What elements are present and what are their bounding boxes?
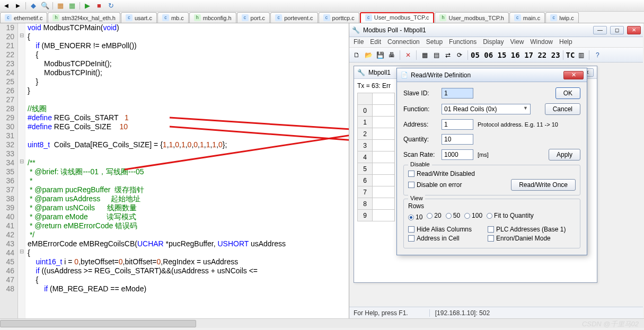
mb-data-table[interactable]: 0123456789 bbox=[357, 93, 395, 221]
table-row[interactable]: 9 bbox=[358, 210, 395, 221]
rows-radio[interactable]: 20 bbox=[427, 212, 441, 219]
bookmark-icon[interactable]: ◆ bbox=[29, 2, 38, 10]
grid-icon[interactable]: ▦ bbox=[419, 50, 430, 60]
table-row[interactable]: 8 bbox=[358, 198, 395, 210]
mb-title: Modbus Poll - Mbpoll1 bbox=[363, 26, 590, 34]
file-tab[interactable]: clwip.c bbox=[545, 12, 579, 23]
tc-label[interactable]: TC bbox=[566, 51, 575, 59]
file-tab[interactable]: hstm32f4xx_hal_eth.h bbox=[48, 12, 120, 23]
scanrate-unit: [ms] bbox=[478, 151, 489, 158]
find-icon[interactable]: 🔍 bbox=[41, 2, 49, 10]
delete-icon[interactable]: ✕ bbox=[403, 50, 413, 60]
rw-once-button[interactable]: Read/Write Once bbox=[511, 179, 576, 191]
file-tab[interactable]: cUser_modbus_TCP.c bbox=[360, 12, 435, 23]
tab-label: stm32f4xx_hal_eth.h bbox=[61, 15, 116, 21]
plc-addr-check[interactable]: PLC Addresses (Base 1) bbox=[488, 226, 566, 233]
file-icon: c bbox=[514, 14, 521, 21]
maximize-button[interactable]: ◻ bbox=[610, 26, 624, 34]
table-row[interactable]: 0 bbox=[358, 105, 395, 117]
file-icon: h bbox=[439, 14, 446, 21]
dlg-titlebar[interactable]: 📄 Read/Write Definition ✕ bbox=[397, 68, 587, 82]
mb-titlebar[interactable]: 🔧 Modbus Poll - Mbpoll1 — ◻ ✕ bbox=[349, 23, 643, 37]
menu-item[interactable]: View bbox=[510, 38, 524, 46]
bar-icon[interactable]: ▥ bbox=[576, 50, 586, 60]
mb-menu[interactable]: FileEditConnectionSetupFunctionsDisplayV… bbox=[349, 37, 643, 48]
file-tab[interactable]: hmbconfig.h bbox=[189, 12, 236, 23]
connect-icon[interactable]: ⇄ bbox=[443, 50, 453, 60]
file-tab[interactable]: cmain.c bbox=[509, 12, 545, 23]
scanrate-input[interactable] bbox=[442, 149, 473, 160]
clear-icon[interactable]: ▤ bbox=[431, 50, 442, 60]
table-row[interactable]: 4 bbox=[358, 151, 395, 163]
rows-radio[interactable]: 10 bbox=[408, 213, 422, 221]
save-icon[interactable]: 💾 bbox=[375, 50, 385, 60]
menu-item[interactable]: Display bbox=[483, 38, 504, 46]
address-label: Address: bbox=[403, 121, 437, 128]
menu-item[interactable]: Connection bbox=[387, 38, 420, 46]
hide-alias-check[interactable]: Hide Alias Columns bbox=[408, 226, 472, 233]
rows-radios[interactable]: 102050100Fit to Quantity bbox=[408, 212, 576, 221]
menu-item[interactable]: Functions bbox=[449, 38, 477, 46]
close-button[interactable]: ✕ bbox=[627, 26, 641, 34]
disable-error-check[interactable]: Disable on error bbox=[408, 181, 462, 189]
stop-icon[interactable]: ■ bbox=[95, 2, 103, 10]
read-write-dialog[interactable]: 📄 Read/Write Definition ✕ Slave ID: OK F… bbox=[396, 68, 587, 255]
new-icon[interactable]: 🗋 bbox=[351, 50, 362, 60]
box1-icon[interactable]: ▦ bbox=[56, 2, 65, 10]
table-row[interactable]: 5 bbox=[358, 163, 395, 175]
menu-item[interactable]: Help bbox=[559, 38, 572, 46]
ok-button[interactable]: OK bbox=[555, 87, 580, 99]
disable-rw-check[interactable]: Read/Write Disabled bbox=[408, 170, 576, 177]
dlg-icon: 📄 bbox=[400, 71, 409, 79]
table-row[interactable]: 3 bbox=[358, 140, 395, 151]
rows-radio[interactable]: 100 bbox=[464, 212, 482, 219]
box2-icon[interactable]: ▦ bbox=[68, 2, 76, 10]
cancel-button[interactable]: Cancel bbox=[545, 103, 580, 115]
horizontal-scrollbar[interactable] bbox=[0, 318, 644, 328]
table-row[interactable]: 2 bbox=[358, 128, 395, 140]
back-icon[interactable]: ◄ bbox=[2, 2, 11, 10]
quantity-input[interactable] bbox=[442, 134, 473, 145]
file-tab[interactable]: hUser_modbus_TCP.h bbox=[435, 12, 508, 23]
scroll-thumb[interactable] bbox=[0, 320, 196, 327]
function-codes[interactable]: 05 06 15 16 17 22 23 bbox=[471, 51, 560, 59]
address-input[interactable] bbox=[442, 119, 473, 130]
file-tab[interactable]: cusart.c bbox=[121, 12, 157, 23]
app-icon: 🔧 bbox=[351, 26, 360, 34]
file-tab[interactable]: cporttcp.c bbox=[319, 12, 359, 23]
menu-item[interactable]: Setup bbox=[426, 38, 443, 46]
table-row[interactable]: 6 bbox=[358, 175, 395, 186]
slave-id-input[interactable] bbox=[442, 88, 473, 99]
function-label: Function: bbox=[403, 105, 437, 113]
run-icon[interactable]: ▶ bbox=[83, 2, 92, 10]
toolbar-sep bbox=[25, 2, 26, 10]
auto-icon[interactable]: ⟳ bbox=[454, 50, 465, 60]
file-tab[interactable]: cportevent.c bbox=[270, 12, 317, 23]
mb-toolbar[interactable]: 🗋 📂 💾 🖶 ✕ ▦ ▤ ⇄ ⟳ 05 06 15 16 17 22 23 T… bbox=[349, 48, 643, 63]
table-row[interactable]: 1 bbox=[358, 117, 395, 128]
addr-in-cell-check[interactable]: Address in Cell bbox=[408, 235, 472, 242]
enron-check[interactable]: Enron/Daniel Mode bbox=[488, 235, 566, 242]
refresh-icon[interactable]: ↻ bbox=[107, 2, 115, 10]
function-select[interactable] bbox=[442, 104, 531, 114]
rows-radio[interactable]: 50 bbox=[446, 212, 460, 219]
rows-radio[interactable]: Fit to Quantity bbox=[487, 212, 534, 219]
help-icon[interactable]: ? bbox=[592, 50, 603, 60]
fold-column[interactable]: ⊟⊟⊟ bbox=[18, 23, 25, 318]
code-editor[interactable]: 1920212223242526272829303132333435363738… bbox=[0, 23, 349, 318]
print-icon[interactable]: 🖶 bbox=[386, 50, 397, 60]
dlg-close-button[interactable]: ✕ bbox=[563, 71, 584, 79]
code-body[interactable]: void ModbusTCPMain(void){ if (MB_ENOERR … bbox=[25, 23, 349, 318]
minimize-button[interactable]: — bbox=[593, 26, 607, 34]
menu-item[interactable]: Edit bbox=[370, 38, 381, 46]
file-tab[interactable]: cmb.c bbox=[157, 12, 189, 23]
menu-item[interactable]: File bbox=[354, 38, 364, 46]
file-tab[interactable]: cport.c bbox=[237, 12, 270, 23]
file-icon: c bbox=[126, 14, 133, 21]
menu-item[interactable]: Window bbox=[530, 38, 553, 46]
forward-icon[interactable]: ► bbox=[14, 2, 22, 10]
file-tab[interactable]: cethernetif.c bbox=[0, 12, 47, 23]
open-icon[interactable]: 📂 bbox=[363, 50, 374, 60]
table-row[interactable]: 7 bbox=[358, 186, 395, 198]
apply-button[interactable]: Apply bbox=[549, 149, 580, 160]
